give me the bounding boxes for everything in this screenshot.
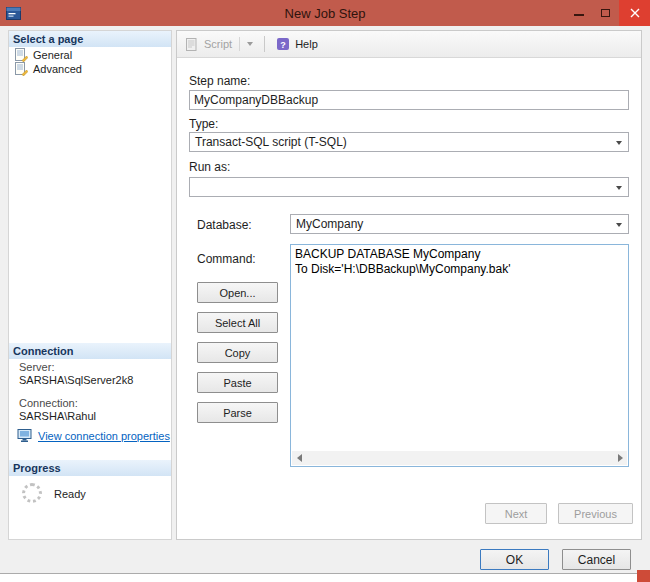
scroll-left-button[interactable] — [292, 451, 306, 465]
view-connection-properties[interactable]: View connection properties — [17, 428, 170, 444]
chevron-down-icon — [616, 223, 622, 227]
step-name-input[interactable] — [189, 90, 629, 110]
sidebar-item-label: General — [33, 49, 72, 61]
help-button[interactable]: Help — [295, 38, 318, 50]
type-label: Type: — [189, 117, 218, 131]
window-controls — [565, 0, 650, 26]
connection-label: Connection: — [19, 397, 78, 409]
chevron-down-icon — [616, 141, 622, 145]
progress-header: Progress — [9, 460, 171, 476]
maximize-button[interactable] — [592, 0, 619, 26]
run-as-label: Run as: — [189, 160, 230, 174]
svg-text:?: ? — [280, 40, 286, 50]
type-select-value: Transact-SQL script (T-SQL) — [195, 135, 347, 149]
connection-value: SARSHA\Rahul — [19, 410, 96, 422]
script-button[interactable]: Script — [204, 38, 232, 50]
progress-status: Ready — [54, 488, 86, 500]
progress-spinner-icon — [22, 483, 42, 503]
command-label: Command: — [197, 252, 256, 266]
sidebar-item-label: Advanced — [33, 63, 82, 75]
sidebar-item-advanced[interactable]: Advanced — [15, 62, 82, 76]
database-select[interactable]: MyCompany — [290, 214, 629, 234]
new-job-step-dialog: New Job Step Select a page G — [0, 0, 650, 574]
page-icon — [15, 48, 28, 62]
scroll-right-icon — [618, 454, 623, 462]
script-dropdown-icon[interactable] — [247, 42, 253, 46]
maximize-icon — [601, 9, 610, 17]
command-button-column: Open... Select All Copy Paste Parse — [197, 282, 278, 423]
window-title: New Job Step — [0, 6, 650, 21]
toolbar-separator — [264, 36, 265, 52]
scroll-left-icon — [297, 454, 302, 462]
minimize-button[interactable] — [565, 0, 592, 26]
database-label: Database: — [197, 218, 252, 232]
divider — [239, 37, 240, 51]
server-value: SARSHA\SqlServer2k8 — [19, 374, 133, 386]
cancel-button[interactable]: Cancel — [562, 549, 631, 570]
desktop-corner-artifact — [637, 570, 650, 582]
next-button[interactable]: Next — [485, 503, 547, 524]
run-as-select[interactable] — [189, 177, 629, 197]
minimize-icon — [574, 14, 584, 16]
view-connection-properties-link[interactable]: View connection properties — [38, 430, 170, 442]
app-icon — [6, 6, 21, 21]
monitor-icon — [17, 429, 33, 443]
script-icon — [185, 37, 199, 52]
sidebar: Select a page General — [8, 30, 172, 540]
database-select-value: MyCompany — [296, 217, 363, 231]
server-label: Server: — [19, 361, 54, 373]
select-a-page-header: Select a page — [9, 31, 171, 47]
close-icon — [630, 8, 640, 18]
parse-button[interactable]: Parse — [197, 402, 278, 423]
sidebar-item-general[interactable]: General — [15, 48, 72, 62]
step-name-label: Step name: — [189, 74, 250, 88]
close-button[interactable] — [619, 0, 650, 26]
titlebar: New Job Step — [0, 0, 650, 26]
command-textarea[interactable]: BACKUP DATABASE MyCompany To Disk='H:\DB… — [290, 244, 629, 467]
previous-button[interactable]: Previous — [558, 503, 633, 524]
screen: New Job Step Select a page G — [0, 0, 650, 582]
page-icon — [15, 62, 28, 76]
horizontal-scrollbar[interactable] — [292, 451, 627, 465]
scroll-right-button[interactable] — [613, 451, 627, 465]
connection-header: Connection — [9, 343, 171, 359]
ok-button[interactable]: OK — [480, 549, 549, 570]
help-icon: ? — [276, 37, 290, 51]
type-select[interactable]: Transact-SQL script (T-SQL) — [189, 132, 629, 152]
paste-button[interactable]: Paste — [197, 372, 278, 393]
toolbar: Script ? Help — [177, 31, 641, 58]
select-all-button[interactable]: Select All — [197, 312, 278, 333]
main-panel: Script ? Help Step name: Type: Transact-… — [176, 30, 642, 540]
chevron-down-icon — [616, 186, 622, 190]
command-text[interactable]: BACKUP DATABASE MyCompany To Disk='H:\DB… — [295, 247, 624, 449]
open-button[interactable]: Open... — [197, 282, 278, 303]
copy-button[interactable]: Copy — [197, 342, 278, 363]
